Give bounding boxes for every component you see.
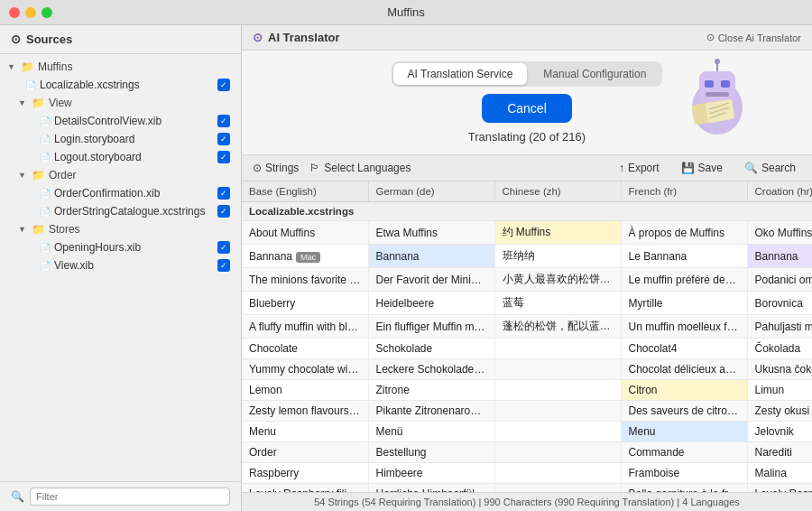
cell-de: Menü bbox=[368, 422, 494, 442]
svg-rect-4 bbox=[705, 80, 714, 88]
sidebar-item-login[interactable]: 📄 Login.storyboard ✓ bbox=[0, 130, 241, 148]
cancel-button[interactable]: Cancel bbox=[482, 94, 572, 123]
cell-hr: Jelovnik bbox=[747, 422, 812, 442]
tab-manual-config[interactable]: Manual Configuration bbox=[529, 63, 660, 85]
cell-zh: 蓬松的松饼，配以蓝莓和… bbox=[494, 315, 621, 339]
cell-hr: Čokolada bbox=[747, 339, 812, 359]
checkbox-orderconfirmation[interactable]: ✓ bbox=[217, 187, 230, 200]
table-row[interactable]: A fluffy muffin with blu…Ein fluffiger M… bbox=[242, 315, 812, 339]
checkbox-login[interactable]: ✓ bbox=[217, 133, 230, 145]
folder-icon: 📁 bbox=[32, 223, 45, 236]
cell-de: Himbeere bbox=[368, 463, 494, 484]
window-controls bbox=[9, 7, 52, 18]
cell-hr: Borovnica bbox=[747, 292, 812, 315]
cell-zh: 蓝莓 bbox=[494, 292, 621, 315]
sidebar-item-muffins[interactable]: ▼ 📁 Muffins bbox=[0, 58, 241, 76]
sidebar-item-view-group[interactable]: ▼ 📁 View bbox=[0, 94, 241, 112]
sidebar-item-view-xib[interactable]: 📄 View.xib ✓ bbox=[0, 256, 241, 274]
table-row[interactable]: RaspberryHimbeereFramboiseMalina bbox=[242, 463, 812, 484]
cell-de: Etwa Muffins bbox=[368, 221, 494, 245]
table-row[interactable]: About MuffinsEtwa Muffins约 MuffinsÀ prop… bbox=[242, 221, 812, 245]
sidebar-item-localizable[interactable]: 📄 Localizable.xcstrings ✓ bbox=[0, 76, 241, 94]
disclosure-icon: ▼ bbox=[18, 98, 26, 107]
folder-icon: 📁 bbox=[21, 60, 34, 73]
sidebar-item-logout[interactable]: 📄 Logout.storyboard ✓ bbox=[0, 148, 241, 166]
sidebar-item-detailscontrol[interactable]: 📄 DetailsControlView.xib ✓ bbox=[0, 112, 241, 130]
right-panel: ⊙ AI Translator ⊙ Close Ai Translator AI… bbox=[242, 25, 812, 511]
col-header-zh: Chinese (zh) bbox=[494, 181, 621, 202]
cell-zh bbox=[494, 422, 621, 442]
table-row[interactable]: MenuMenüMenuJelovnik bbox=[242, 422, 812, 442]
table-row[interactable]: LemonZitroneCitronLimun bbox=[242, 380, 812, 401]
disclosure-icon: ▼ bbox=[7, 62, 15, 71]
table-row[interactable]: Zesty lemon flavours i…Pikante Zitronena… bbox=[242, 401, 812, 422]
cell-zh bbox=[494, 380, 621, 401]
close-window-button[interactable] bbox=[9, 7, 20, 18]
filter-input[interactable] bbox=[30, 488, 230, 506]
sidebar-item-orderconfirmation[interactable]: 📄 OrderConfirmation.xib ✓ bbox=[0, 184, 241, 202]
cell-hr: Bannana bbox=[747, 245, 812, 268]
sidebar-item-ordercatalogue[interactable]: 📄 OrderStringCatalogue.xcstrings ✓ bbox=[0, 202, 241, 220]
cell-de: Heidelbeere bbox=[368, 292, 494, 315]
checkbox-openinghours[interactable]: ✓ bbox=[217, 241, 230, 254]
cell-zh bbox=[494, 339, 621, 359]
sidebar-item-stores-group[interactable]: ▼ 📁 Stores bbox=[0, 220, 241, 238]
select-languages-button[interactable]: 🏳 Select Languages bbox=[309, 162, 411, 174]
cell-de: Ein fluffiger Muffin mit… bbox=[368, 315, 494, 339]
sidebar-title: Sources bbox=[26, 33, 72, 46]
minimize-window-button[interactable] bbox=[25, 7, 36, 18]
sidebar-header: ⊙ Sources bbox=[0, 25, 241, 54]
cell-fr: Framboise bbox=[621, 463, 747, 484]
svg-rect-1 bbox=[699, 71, 735, 103]
file-icon: 📄 bbox=[40, 189, 51, 199]
table-row[interactable]: BlueberryHeidelbeere蓝莓MyrtilleBorovnica bbox=[242, 292, 812, 315]
cell-de: Herrliche Himbeerfüllu… bbox=[368, 484, 494, 493]
table-row[interactable]: The minions favorite M…Der Favorit der M… bbox=[242, 268, 812, 292]
status-text: 54 Strings (54 Requiring Translation) | … bbox=[314, 497, 740, 507]
maximize-window-button[interactable] bbox=[42, 7, 52, 18]
table-row[interactable]: ChocolateSchokoladeChocolat4Čokolada bbox=[242, 339, 812, 359]
strings-label: ⊙ Strings bbox=[253, 162, 299, 174]
robot-illustration bbox=[677, 58, 758, 139]
cell-base: Raspberry bbox=[242, 463, 368, 484]
save-button[interactable]: 💾 Save bbox=[676, 160, 728, 176]
translation-area: AI Translation Service Manual Configurat… bbox=[242, 51, 812, 155]
cell-zh: 小黄人最喜欢的松饼，香… bbox=[494, 268, 621, 292]
translation-center: AI Translation Service Manual Configurat… bbox=[392, 61, 663, 144]
cell-de: Bannana bbox=[368, 245, 494, 268]
export-button[interactable]: ↑ Export bbox=[614, 160, 665, 176]
sidebar-item-order-group[interactable]: ▼ 📁 Order bbox=[0, 166, 241, 184]
checkbox-view-xib[interactable]: ✓ bbox=[217, 259, 230, 272]
checkbox-detailscontrol[interactable]: ✓ bbox=[217, 115, 230, 127]
cell-zh bbox=[494, 463, 621, 484]
table-row[interactable]: BannanaMacBannana班纳纳Le BannanaBannana bbox=[242, 245, 812, 268]
table-row[interactable]: OrderBestellungCommandeNarediti bbox=[242, 442, 812, 463]
cell-fr: Le Bannana bbox=[621, 245, 747, 268]
cell-de: Der Favorit der Minions… bbox=[368, 268, 494, 292]
file-icon: 📄 bbox=[40, 243, 51, 253]
checkbox-ordercatalogue[interactable]: ✓ bbox=[217, 205, 230, 218]
table-container: Base (English) German (de) Chinese (zh) … bbox=[242, 181, 812, 492]
file-icon: 📄 bbox=[40, 261, 51, 271]
cell-zh bbox=[494, 359, 621, 380]
ai-icon: ⊙ bbox=[253, 31, 263, 44]
file-icon: 📄 bbox=[40, 116, 51, 126]
checkbox-logout[interactable]: ✓ bbox=[217, 151, 230, 163]
cell-zh bbox=[494, 484, 621, 493]
cell-base: Lovely Raspberry filin… bbox=[242, 484, 368, 493]
cell-base: Zesty lemon flavours i… bbox=[242, 401, 368, 422]
close-ai-translator-button[interactable]: ⊙ Close Ai Translator bbox=[706, 32, 801, 43]
cell-base: Chocolate bbox=[242, 339, 368, 359]
cell-hr: Malina bbox=[747, 463, 812, 484]
table-row[interactable]: Lovely Raspberry filin…Herrliche Himbeer… bbox=[242, 484, 812, 493]
col-header-hr: Croation (hr) bbox=[747, 181, 812, 202]
sidebar-item-openinghours[interactable]: 📄 OpeningHours.xib ✓ bbox=[0, 238, 241, 256]
col-header-base: Base (English) bbox=[242, 181, 368, 202]
search-button[interactable]: 🔍 Search bbox=[739, 160, 801, 176]
svg-rect-6 bbox=[706, 92, 729, 97]
cell-hr: Podanici omi… bbox=[747, 268, 812, 292]
tab-ai-service[interactable]: AI Translation Service bbox=[393, 63, 528, 85]
table-row[interactable]: Yummy chocolate with…Leckere Schokolade … bbox=[242, 359, 812, 380]
checkbox-localizable[interactable]: ✓ bbox=[217, 79, 230, 91]
cell-fr: Citron bbox=[621, 380, 747, 401]
